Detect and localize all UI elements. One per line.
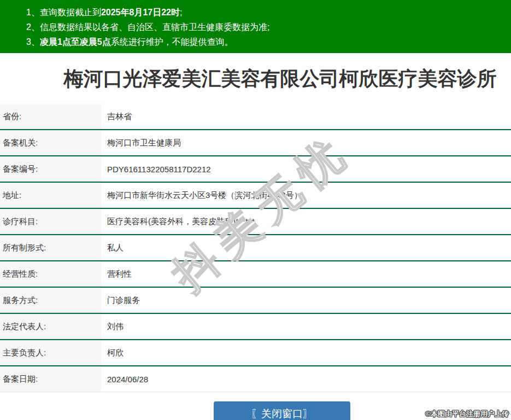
field-value: 梅河口市卫生健康局 <box>101 130 511 155</box>
field-value: 柯欣 <box>101 340 511 365</box>
field-value: 梅河口市新华街水云天小区3号楼（滨河北街4143号） <box>101 183 511 208</box>
field-label: 法定代表人: <box>0 314 101 339</box>
field-label: 诊疗科目: <box>0 209 101 234</box>
table-row-address: 地址: 梅河口市新华街水云天小区3号楼（滨河北街4143号） <box>0 183 511 209</box>
field-value: 吉林省 <box>101 104 511 129</box>
table-row-treatment-subjects: 诊疗科目: 医疗美容科(美容外科，美容皮肤科)****** <box>0 209 511 235</box>
close-window-button[interactable]: 〖关闭窗口〗 <box>214 401 350 420</box>
field-label: 省份: <box>0 104 101 129</box>
notice-text: 查询数据截止到 <box>40 8 101 17</box>
field-value: 医疗美容科(美容外科，美容皮肤科)****** <box>101 209 511 234</box>
field-label: 地址: <box>0 183 101 208</box>
table-row-legal-representative: 法定代表人: 刘伟 <box>0 314 511 340</box>
field-label: 备案日期: <box>0 366 101 392</box>
table-row-registration-number: 备案编号: PDY61611322058117D2212 <box>0 156 511 183</box>
page-title: 梅河口光泽爱美汇美容有限公司柯欣医疗美容诊所 <box>25 53 511 92</box>
clinic-record-page: 1、查询数据截止到2025年8月17日22时; 2、信息数据结果以各省、自治区、… <box>0 0 511 392</box>
table-row-service-mode: 服务方式: 门诊服务 <box>0 288 511 314</box>
field-value: 营利性 <box>101 261 511 287</box>
notice-line-1: 1、查询数据截止到2025年8月17日22时; <box>26 5 506 20</box>
table-row-registration-date: 备案日期: 2024/06/28 <box>0 366 511 392</box>
notice-text-bold: 2025年8月17日22时 <box>101 8 180 17</box>
field-label: 备案编号: <box>0 156 101 182</box>
upload-credit-watermark: ©本图由平台注册用户上传 <box>425 409 509 419</box>
notice-number: 3、 <box>26 37 40 46</box>
field-label: 所有制形式: <box>0 235 101 260</box>
notice-line-3: 3、凌晨1点至凌晨5点系统进行维护，不能提供查询。 <box>26 34 506 49</box>
table-row-main-person-in-charge: 主要负责人: 柯欣 <box>0 340 511 366</box>
notice-text-suffix: 系统进行维护，不能提供查询。 <box>111 37 233 46</box>
table-row-business-nature: 经营性质: 营利性 <box>0 261 511 288</box>
notice-bar: 1、查询数据截止到2025年8月17日22时; 2、信息数据结果以各省、自治区、… <box>0 0 511 53</box>
field-label: 备案机关: <box>0 130 101 155</box>
field-value: 刘伟 <box>101 314 511 339</box>
record-table: 省份: 吉林省 备案机关: 梅河口市卫生健康局 备案编号: PDY6161132… <box>0 104 511 392</box>
field-value: PDY61611322058117D2212 <box>101 156 511 182</box>
table-row-province: 省份: 吉林省 <box>0 104 511 130</box>
table-row-ownership-form: 所有制形式: 私人 <box>0 235 511 261</box>
notice-text-suffix: ; <box>180 8 182 17</box>
field-value: 私人 <box>101 235 511 260</box>
notice-number: 1、 <box>26 8 40 17</box>
notice-text-bold: 凌晨1点至凌晨5点 <box>40 37 111 46</box>
field-label: 主要负责人: <box>0 340 101 365</box>
notice-text: 信息数据结果以各省、自治区、直辖市卫生健康委数据为准; <box>40 22 269 32</box>
notice-line-2: 2、信息数据结果以各省、自治区、直辖市卫生健康委数据为准; <box>26 20 506 34</box>
notice-number: 2、 <box>26 22 40 32</box>
field-label: 服务方式: <box>0 288 101 313</box>
field-value: 门诊服务 <box>101 288 511 313</box>
field-value: 2024/06/28 <box>101 366 511 392</box>
field-label: 经营性质: <box>0 261 101 287</box>
table-row-registration-authority: 备案机关: 梅河口市卫生健康局 <box>0 130 511 156</box>
